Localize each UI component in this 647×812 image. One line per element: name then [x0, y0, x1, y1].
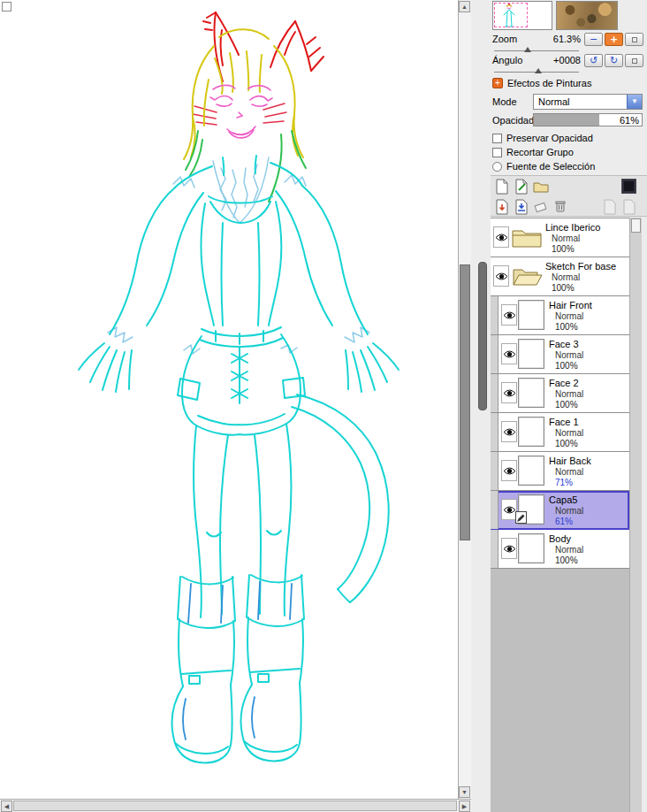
navigator-preview[interactable] [492, 1, 552, 30]
eye-icon [503, 310, 516, 320]
zoom-out-button[interactable]: − [584, 33, 603, 46]
layer-opacity: 100% [555, 322, 578, 332]
layer-toolbar [491, 175, 647, 217]
horizontal-scroll-thumb[interactable] [13, 801, 457, 811]
editing-pen-badge [515, 511, 527, 524]
eye-icon [495, 233, 508, 242]
layer-row-face-2[interactable]: Face 2 Normal 100% [491, 374, 629, 413]
zoom-row: Zoom 61.3% − + [492, 33, 645, 46]
canvas-vertical-scrollbar[interactable]: ▲ ▼ [458, 0, 471, 799]
layer-row-face-3[interactable]: Face 3 Normal 100% [491, 335, 629, 374]
layer-name: Hair Front [549, 300, 592, 310]
layer-name: Body [549, 533, 571, 544]
group-indent [491, 374, 499, 412]
layer-opacity: 100% [555, 555, 578, 565]
layer-name: Face 3 [549, 339, 579, 349]
layer-row-hair-back[interactable]: Hair Back Normal 71% [491, 452, 629, 491]
apply-mask-button-disabled[interactable] [620, 197, 638, 216]
layer-thumbnail[interactable] [518, 300, 544, 330]
layer-row-face-1[interactable]: Face 1 Normal 100% [491, 413, 629, 452]
layer-opacity: 61% [555, 517, 573, 526]
visibility-toggle[interactable] [501, 343, 517, 364]
layer-opacity: 71% [555, 478, 573, 487]
layer-mode: Normal [555, 389, 583, 399]
scroll-down-icon[interactable]: ▼ [459, 786, 470, 798]
visibility-toggle[interactable] [501, 304, 517, 326]
scroll-up-icon[interactable]: ▲ [459, 1, 470, 12]
visibility-toggle[interactable] [501, 538, 517, 559]
merge-down-button[interactable] [512, 197, 530, 216]
disabled-page-icon [622, 199, 636, 215]
selection-source-radio[interactable] [492, 162, 502, 172]
panel-splitter[interactable] [471, 0, 491, 812]
expand-plus-icon[interactable]: + [492, 78, 503, 88]
zoom-in-button[interactable]: + [605, 33, 623, 46]
layer-row-lince-iberico[interactable]: Lince Iberico Normal 100% [491, 218, 629, 257]
blend-mode-select[interactable]: Normal ▼ [533, 94, 643, 110]
layer-thumbnail[interactable] [518, 533, 544, 563]
layer-row-body[interactable]: Body Normal 100% [491, 530, 629, 569]
texture-preview[interactable] [556, 1, 618, 30]
slider-thumb[interactable] [535, 68, 542, 73]
right-panel: Zoom 61.3% − + Ángulo +0008 ↺ ↻ + Efecto… [491, 0, 647, 812]
dropdown-arrow-icon[interactable]: ▼ [627, 95, 642, 109]
scroll-left-icon[interactable]: ◀ [1, 801, 12, 812]
layer-opacity: 100% [555, 361, 578, 371]
visibility-toggle[interactable] [501, 382, 517, 403]
eye-icon [503, 388, 516, 398]
rotate-ccw-button[interactable]: ↺ [584, 54, 603, 67]
layer-thumbnail[interactable] [518, 378, 544, 408]
new-folder-button[interactable] [531, 177, 550, 195]
layer-mode: Normal [555, 545, 583, 555]
blend-mode-value: Normal [538, 96, 569, 107]
layer-mode: Normal [555, 428, 583, 438]
visibility-toggle[interactable] [501, 460, 517, 481]
eye-icon [503, 466, 516, 476]
layer-list-scroll-thumb[interactable] [631, 218, 641, 233]
folder-icon [511, 226, 543, 250]
layer-mask-toggle-button[interactable] [620, 177, 638, 195]
open-folder-icon [511, 264, 543, 289]
disabled-page-icon [603, 199, 617, 215]
angle-reset-button[interactable] [625, 54, 643, 67]
canvas-viewport[interactable] [0, 0, 458, 799]
layer-mode: Normal [555, 467, 583, 477]
mask-button-disabled[interactable] [600, 197, 619, 216]
new-layer-icon [495, 179, 509, 195]
angle-slider[interactable] [494, 68, 579, 75]
clear-layer-button[interactable] [531, 197, 550, 216]
paint-app: ▲ ▼ ◀ ▶ Zoom 61.3% [0, 0, 647, 812]
canvas-corner-button[interactable] [2, 2, 11, 11]
layer-row-capa5-selected[interactable]: Capa5 Normal 61% [491, 491, 629, 530]
layer-row-hair-front[interactable]: Hair Front Normal 100% [491, 296, 629, 335]
visibility-toggle[interactable] [501, 421, 517, 442]
selection-source-row: Fuente de Selección [492, 161, 645, 173]
layer-thumbnail[interactable] [518, 456, 544, 486]
clipping-group-checkbox[interactable] [492, 148, 502, 157]
layer-row-sketch-for-base[interactable]: Sketch For base Normal 100% [491, 257, 629, 296]
layer-thumbnail[interactable] [518, 339, 544, 369]
pencil-icon [517, 514, 525, 522]
splitter-grip[interactable] [478, 262, 487, 410]
reset-square-icon [632, 58, 637, 64]
new-linework-layer-button[interactable] [512, 177, 530, 195]
zoom-slider[interactable] [494, 47, 579, 54]
clipping-group-label: Recortar Grupo [506, 147, 574, 157]
layer-thumbnail[interactable] [518, 417, 544, 447]
slider-thumb[interactable] [524, 47, 531, 52]
canvas-horizontal-scrollbar[interactable]: ◀ ▶ [0, 799, 471, 812]
layer-opacity: 100% [552, 244, 575, 254]
delete-layer-button[interactable] [551, 197, 569, 216]
vertical-scroll-thumb[interactable] [460, 264, 470, 540]
visibility-toggle[interactable] [493, 265, 509, 287]
opacity-slider[interactable]: 61% [533, 113, 643, 126]
rotate-cw-button[interactable]: ↻ [605, 54, 623, 67]
preserve-opacity-checkbox[interactable] [492, 134, 502, 143]
transfer-down-button[interactable] [492, 197, 511, 216]
scroll-right-icon[interactable]: ▶ [459, 801, 470, 812]
visibility-toggle[interactable] [493, 226, 509, 248]
layer-list-scrollbar[interactable] [629, 218, 642, 812]
zoom-reset-button[interactable] [625, 33, 643, 46]
new-layer-button[interactable] [492, 177, 511, 195]
zoom-value: 61.3% [526, 34, 581, 44]
